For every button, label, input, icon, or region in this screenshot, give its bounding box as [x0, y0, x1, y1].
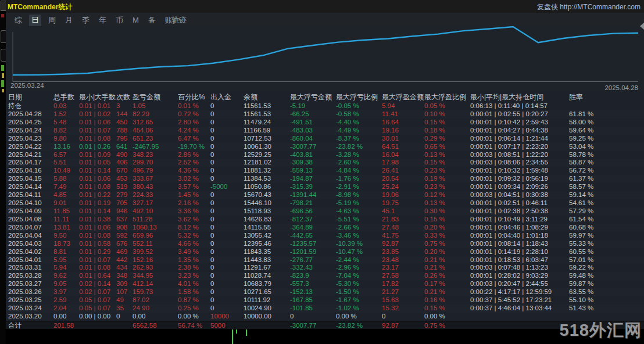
column-header-max-float-profit-pct[interactable]: 最大浮盈比例: [424, 92, 470, 102]
column-header-hold-time[interactable]: 最小|平均|最大持仓时间: [470, 92, 569, 102]
menu-item-月[interactable]: 月: [63, 15, 75, 26]
cell-hold-time: 0:00:01 | 0:14:19 | 2:28:10: [470, 248, 569, 256]
cell-max-float-loss-pct: -5.19 %: [336, 199, 382, 207]
column-header-max-float-loss-pct[interactable]: 最大浮亏比例: [336, 92, 382, 102]
cell-count: 35: [116, 304, 133, 313]
column-header-count[interactable]: 次数: [116, 92, 133, 102]
cell-max-float-profit-pct: 0.29 %: [424, 135, 470, 143]
menu-item-track[interactable]: 轨迹: [171, 15, 187, 26]
cell-hold-time: 0:00:03 | 0:08:51 | 1:22:20: [470, 151, 569, 159]
cell-balance: 11050.86: [244, 183, 290, 191]
table-row[interactable]: 2025.04.216.570.01 | 0.09490348.232.86 %…: [6, 151, 644, 159]
table-row[interactable]: 2025.04.175.510.01 | 0.05406299.702.52 %…: [6, 159, 644, 167]
cell-inout: 0: [210, 119, 244, 127]
column-header-lots[interactable]: 总手数: [53, 92, 79, 102]
cell-max-float-profit-pct: 0.33 %: [424, 232, 470, 240]
cell-count: 144: [116, 110, 133, 119]
cell-max-float-loss: -194.87: [290, 175, 336, 183]
menu-item-备[interactable]: 备: [146, 15, 158, 26]
table-row[interactable]: 2025.04.109.010.01 | 0.19705327.172.16 %…: [6, 199, 644, 207]
cell-pnl: 651.23: [133, 135, 178, 143]
column-header-max-float-loss[interactable]: 最大浮亏金额: [290, 92, 336, 102]
table-row[interactable]: 2025.04.239.800.01 | 0.08795651.236.47 %…: [6, 135, 644, 143]
column-header-winrate[interactable]: 胜率: [569, 92, 644, 102]
column-header-date[interactable]: 日期: [6, 92, 53, 102]
deposit-marker: [246, 329, 247, 336]
table-row-total[interactable]: 合计201.586562.5856.74 %5000-3007.77-23.82…: [6, 321, 644, 329]
menu-item-币[interactable]: 币: [113, 15, 126, 26]
equity-curve-line: [13, 27, 638, 75]
table-row[interactable]: 2025.04.155.880.01 | 0.06453333.673.02 %…: [6, 175, 644, 183]
table-row[interactable]: 2025.03.242.040.05 | 0.073524.900.25 %01…: [6, 304, 644, 313]
table-row[interactable]: 2025.04.028.810.01 | 0.29469399.523.49 %…: [6, 248, 644, 256]
cell-winrate: 58.87 %: [569, 159, 644, 167]
cell-lots: 5.48: [53, 119, 79, 127]
column-header-pnl[interactable]: 盈亏金额: [133, 92, 178, 102]
column-header-minmax-lots[interactable]: 最小|大手数: [79, 92, 116, 102]
table-row[interactable]: 2025.03.252.590.05 | 0.074987.020.87 %01…: [6, 296, 644, 304]
cell-max-float-loss-pct: -3.28 %: [336, 151, 382, 159]
cell-minmax-lots: 0.01 | 0.08: [79, 135, 116, 143]
table-row[interactable]: 2025.03.289.620.01 | 0.64348344.953.23 %…: [6, 272, 644, 280]
cell-pnl: 262.93: [133, 264, 178, 272]
cell-max-float-profit: 17.82: [382, 280, 424, 288]
cell-inout: 0: [210, 264, 244, 272]
table-row[interactable]: 2025.04.0713.810.01 | 0.069081060.138.12…: [6, 224, 644, 232]
cell-pct: 2.38 %: [178, 264, 210, 272]
cell-max-float-loss-pct: -3.46 %: [336, 232, 382, 240]
cell-inout: 0: [210, 272, 244, 280]
cell-minmax-lots: [79, 321, 116, 329]
cell-pct: 3.57 %: [178, 183, 210, 191]
menu-item-日[interactable]: 日: [29, 15, 41, 26]
cell-minmax-lots: 0.01 | 0.58: [79, 240, 116, 248]
cell-max-float-loss-pct: 0.00 %: [336, 313, 382, 321]
cell-inout: 0: [210, 288, 244, 296]
column-header-pct[interactable]: 百分比%: [178, 92, 210, 102]
cell-max-float-loss-pct: -0.58 %: [336, 110, 382, 119]
table-row[interactable]: 2025.03.263.970.02 | 0.07107159.731.58 %…: [6, 288, 644, 296]
cell-winrate: 59.97 %: [569, 232, 644, 240]
cell-max-float-profit-pct: 0.75 %: [424, 240, 470, 248]
cell-winrate: 63.55 %: [569, 288, 644, 296]
table-row[interactable]: 2025.04.2213.160.01 | 0.26641-2467.95-19…: [6, 143, 644, 151]
table-row[interactable]: 2025.04.281.520.01 | 0.0214482.290.72 %0…: [6, 110, 644, 119]
menu-item-季[interactable]: 季: [80, 15, 92, 26]
cell-pnl: 454.06: [133, 127, 178, 135]
column-header-balance[interactable]: 余额: [244, 92, 290, 102]
menu-item-综[interactable]: 综: [12, 15, 24, 26]
menu-item-年[interactable]: 年: [96, 15, 109, 26]
table-row[interactable]: 2025.04.0811.110.01 | 0.38637511.283.62 …: [6, 216, 644, 224]
cell-pct: 1.45 %: [178, 191, 210, 199]
menu-item-周[interactable]: 周: [46, 15, 58, 26]
table-row[interactable]: 2025.04.015.950.01 | 0.07442152.161.35 %…: [6, 256, 644, 264]
table-row[interactable]: 2025.03.279.050.02 | 0.14309412.144.01 %…: [6, 280, 644, 288]
cell-count: 705: [116, 199, 133, 207]
equity-chart-panel: 2025.03.24 2025.04.28: [6, 26, 644, 92]
cell-hold-time: 0:00:37 | 5:45:52 | 17:23:21: [470, 296, 569, 304]
table-row[interactable]: 2025.04.255.480.01 | 0.06450312.652.80 %…: [6, 119, 644, 127]
cell-max-float-loss-pct: -1.76 %: [336, 175, 382, 183]
cell-hold-time: 0:00:01 | 0:10:42 | 2:59:43: [470, 119, 569, 127]
menu-item-M[interactable]: M: [130, 15, 141, 25]
table-row[interactable]: 2025.04.0318.730.01 | 0.58676552.114.66 …: [6, 240, 644, 248]
cell-count: 592: [116, 232, 133, 240]
cell-max-float-profit-pct: 0.23 %: [424, 183, 470, 191]
cell-max-float-profit-pct: 0.05 %: [424, 102, 470, 110]
table-row[interactable]: 2025.04.147.490.01 | 0.08519380.433.57 %…: [6, 183, 644, 191]
cell-minmax-lots: 0.01 | 0.08: [79, 232, 116, 240]
table-row[interactable]: 2025.04.1610.490.01 | 0.14670496.794.36 …: [6, 167, 644, 175]
table-row[interactable]: 2025.03.315.940.01 | 0.08434262.932.38 %…: [6, 264, 644, 272]
table-row[interactable]: 2025.04.049.500.01 | 0.08592659.965.32 %…: [6, 232, 644, 240]
window-title-link[interactable]: 复盘侠 http://MTCommander.com: [537, 2, 641, 12]
cell-hold-time: 0:00:03 | 0:07:48 | 1:13:23: [470, 264, 569, 272]
cell-pnl: 348.23: [133, 151, 178, 159]
column-header-inout[interactable]: 出入金: [210, 92, 244, 102]
table-row[interactable]: 2025.04.248.820.01 | 0.07788454.064.24 %…: [6, 127, 644, 135]
table-row[interactable]: 2025.04.114.850.01 | 0.22279224.331.45 %…: [6, 191, 644, 199]
table-row[interactable]: 2025.03.200.000.00 | 0.0000.000.00 %1000…: [6, 313, 644, 321]
column-header-max-float-profit[interactable]: 最大浮盈金额: [382, 92, 424, 102]
table-row[interactable]: 2025.04.0911.850.01 | 0.14946492.103.36 …: [6, 207, 644, 216]
scroll-arrow-icon[interactable]: [640, 23, 644, 30]
cell-date: 2025.03.25: [6, 296, 53, 304]
table-row[interactable]: 持仓0.030.01 | 0.0131.050.01 %011561.53-5.…: [6, 102, 644, 110]
